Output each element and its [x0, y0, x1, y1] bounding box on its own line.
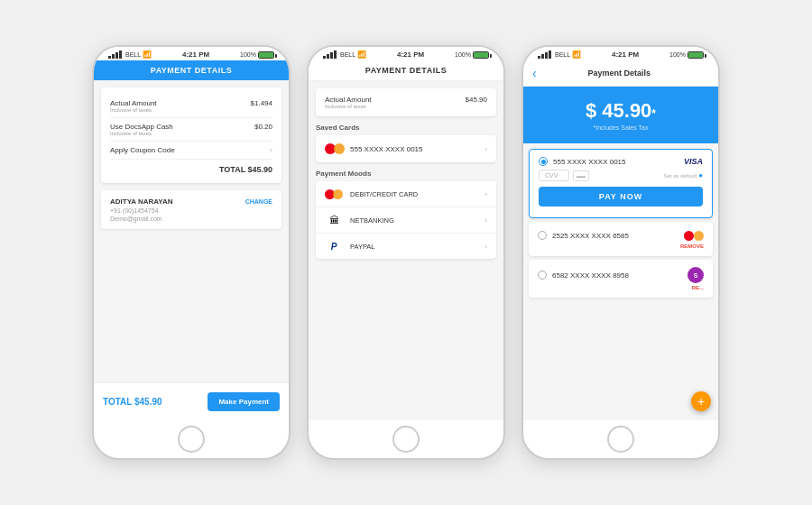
actual-amount-text: Actual Amount	[110, 99, 157, 107]
signal-bars	[108, 50, 122, 59]
card1-number: 555 XXXX XXXX 0015	[553, 158, 678, 166]
battery-percent: 100%	[240, 51, 256, 58]
status-bar-1: BELL 📶 4:21 PM 100%	[94, 47, 289, 60]
amount-sub: Inclusive of taxes	[325, 104, 372, 109]
paypal-label: PAYPAL	[350, 243, 477, 251]
phone3-header: ‹ Payment Details	[523, 60, 718, 87]
saved-card-row: 555 XXXX XXXX 0015 ›	[325, 142, 487, 155]
set-default-text: Set as default	[663, 173, 697, 179]
change-button[interactable]: CHANGE	[245, 198, 272, 205]
phone3-content: $ 45.90* *Includes Sales Tax 555 XXXX XX…	[523, 87, 718, 420]
card-item-2[interactable]: 2525 XXXX XXXX 6585 REMOVE	[529, 222, 713, 256]
docsapp-cash-row: Use DocsApp Cash Inclusive of taxes $0.2…	[110, 118, 272, 142]
battery-area: 100%	[240, 51, 274, 59]
phone-1: BELL 📶 4:21 PM 100% PAYMENT DETAILS Actu…	[92, 45, 291, 460]
payment-moods-title: Payment Moods	[316, 170, 496, 178]
remove-card2-button[interactable]: REMOVE	[538, 243, 704, 249]
coupon-row[interactable]: Apply Coupon Code ›	[110, 142, 272, 160]
card-item-3[interactable]: 6582 XXXX XXXX 8958 S RE...	[529, 260, 713, 298]
mastercard-mood-icon	[325, 188, 343, 200]
wifi-icon: 📶	[143, 50, 152, 59]
card-item-1[interactable]: 555 XXXX XXXX 0015 VISA CVV ▬▬ Set as de…	[529, 149, 713, 218]
set-default-dot: ●	[698, 171, 703, 179]
total-row: TOTAL $45.90	[110, 160, 272, 176]
paypal-icon: P	[325, 240, 343, 252]
mc-orange-2	[694, 231, 704, 241]
amount-row: Actual Amount Inclusive of taxes $45.90	[325, 96, 487, 109]
docsapp-cash-sub: Inclusive of taxes	[110, 131, 173, 136]
visa-icon: VISA	[684, 157, 703, 166]
saved-cards-section: Saved Cards 555 XXXX XXXX 0015 ›	[316, 124, 496, 162]
carrier-name-3: BELL	[555, 51, 570, 58]
actual-amount-value: $1.494	[251, 99, 272, 107]
payment-moods-section: Payment Moods DEBIT/CREDIT CARD ›	[316, 170, 496, 259]
amount-big: $ 45.90*	[532, 99, 709, 123]
wifi-icon-3: 📶	[572, 50, 581, 59]
card-chip-icon: ▬▬	[573, 170, 589, 181]
saved-card-item[interactable]: 555 XXXX XXXX 0015 ›	[316, 135, 496, 162]
debit-credit-row[interactable]: DEBIT/CREDIT CARD ›	[316, 181, 496, 207]
cvv-input[interactable]: CVV	[539, 170, 569, 181]
phone1-content: Actual Amount Inclusive of taxes $1.494 …	[94, 80, 289, 382]
home-button-2[interactable]	[392, 426, 420, 453]
total-text: TOTAL $45.90	[219, 165, 272, 174]
battery-percent-3: 100%	[669, 51, 686, 58]
amount-note: *Includes Sales Tax	[532, 124, 709, 131]
signal-bars-2	[323, 50, 337, 59]
user-name: ADITYA NARAYAN	[110, 197, 173, 206]
time-display-2: 4:21 PM	[397, 50, 424, 59]
card2-row: 2525 XXXX XXXX 6585	[538, 229, 704, 242]
set-default-area: Set as default ●	[663, 171, 703, 179]
battery-icon	[258, 51, 274, 59]
user-phone: +91 (00)1454754	[110, 207, 272, 214]
actual-amount-label: Actual Amount Inclusive of taxes	[110, 99, 157, 113]
home-button-1[interactable]	[178, 426, 205, 453]
netbanking-label: NETBANKING	[350, 216, 477, 225]
user-email: Demo@gmail.com	[110, 216, 272, 222]
actual-amount-row: Actual Amount Inclusive of taxes $1.494	[110, 95, 272, 118]
card3-radio[interactable]	[538, 271, 547, 280]
saved-cards-title: Saved Cards	[316, 124, 496, 132]
phone1-footer: TOTAL $45.90 Make Payment	[94, 382, 289, 420]
card2-radio[interactable]	[538, 231, 547, 240]
card1-radio[interactable]	[539, 157, 548, 166]
paypal-row[interactable]: P PAYPAL ›	[316, 234, 496, 259]
remove-card3-button[interactable]: RE...	[538, 285, 704, 290]
signal-carrier-2: BELL 📶	[323, 50, 366, 59]
bank-icon: 🏛	[325, 214, 343, 226]
mc-orange-circle	[334, 143, 345, 154]
amount-label: Actual Amount	[325, 96, 372, 104]
coupon-label: Apply Coupon Code	[110, 146, 175, 154]
make-payment-button[interactable]: Make Payment	[208, 392, 280, 411]
phone-2: BELL 📶 4:21 PM 100% PAYMENT DETAILS Actu…	[307, 45, 505, 460]
status-bar-3: BELL 📶 4:21 PM 100%	[523, 47, 718, 60]
back-button[interactable]: ‹	[532, 66, 537, 80]
phones-container: BELL 📶 4:21 PM 100% PAYMENT DETAILS Actu…	[74, 27, 738, 478]
docsapp-cash-text: Use DocsApp Cash	[110, 123, 173, 131]
saved-card-number: 555 XXXX XXXX 0015	[350, 145, 479, 153]
docsapp-cash-label: Use DocsApp Cash Inclusive of taxes	[110, 123, 173, 136]
mastercard-icon	[325, 142, 345, 155]
add-card-fab[interactable]: +	[691, 391, 711, 411]
battery-area-3: 100%	[669, 51, 704, 59]
status-bar-2: BELL 📶 4:21 PM 100%	[309, 47, 503, 60]
card3-row: 6582 XXXX XXXX 8958 S	[538, 267, 704, 283]
footer-total: TOTAL $45.90	[103, 397, 162, 407]
signal-bars-3	[538, 50, 551, 59]
pay-now-button[interactable]: PAY NOW	[539, 187, 703, 207]
card2-number: 2525 XXXX XXXX 6585	[552, 232, 678, 240]
cards-list: 555 XXXX XXXX 0015 VISA CVV ▬▬ Set as de…	[523, 143, 718, 420]
home-button-3[interactable]	[607, 426, 634, 453]
actual-amount-sub: Inclusive of taxes	[110, 107, 157, 113]
netbanking-chevron: ›	[484, 216, 487, 225]
amount-banner: $ 45.90* *Includes Sales Tax	[523, 87, 718, 143]
amount-big-value: $ 45.90	[586, 99, 651, 122]
netbanking-row[interactable]: 🏛 NETBANKING ›	[316, 207, 496, 234]
docsapp-cash-value: $0.20	[254, 123, 272, 131]
amount-label-block: Actual Amount Inclusive of taxes	[325, 96, 372, 109]
phone2-content: Actual Amount Inclusive of taxes $45.90 …	[309, 81, 503, 420]
card1-top: 555 XXXX XXXX 0015 VISA	[539, 157, 703, 166]
payment-moods-list: DEBIT/CREDIT CARD › 🏛 NETBANKING › P	[316, 181, 496, 259]
battery-icon-2	[473, 51, 489, 59]
amount-card: Actual Amount Inclusive of taxes $45.90	[316, 88, 496, 116]
